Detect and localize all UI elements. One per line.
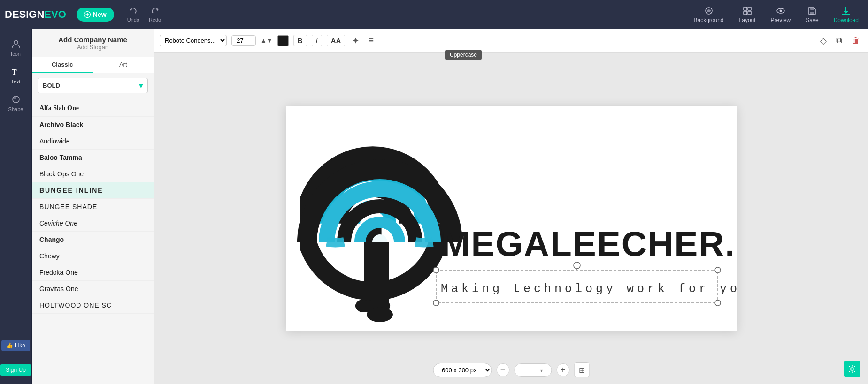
zoom-out-button[interactable]: − xyxy=(496,363,509,376)
save-icon xyxy=(807,6,817,16)
dropdown-arrow-icon: ▾ xyxy=(139,81,143,90)
svg-rect-7 xyxy=(748,11,751,15)
font-size-input[interactable] xyxy=(231,35,256,46)
preview-button[interactable]: Preview xyxy=(766,4,796,25)
signup-button-container: Sign Up xyxy=(0,360,31,384)
text-tab-icon: T xyxy=(10,66,22,77)
spacing-button[interactable]: ≡ xyxy=(366,34,376,47)
preview-label: Preview xyxy=(771,17,791,23)
new-button-label: New xyxy=(93,11,107,18)
download-button[interactable]: Download xyxy=(829,4,863,25)
font-list-item[interactable]: BUNGEE SHADE xyxy=(32,199,154,215)
undo-button[interactable]: Undo xyxy=(123,5,143,24)
duplicate-button[interactable]: ⧉ xyxy=(834,34,845,47)
size-stepper[interactable]: ▲▼ xyxy=(261,37,273,44)
tab-art[interactable]: Art xyxy=(93,57,154,73)
font-list-item[interactable]: Alfa Slab One xyxy=(32,100,154,117)
italic-button[interactable]: I xyxy=(312,35,322,46)
save-button[interactable]: Save xyxy=(801,4,823,25)
plus-icon xyxy=(84,11,91,18)
format-bar: Roboto Condens... ▲▼ B I AA Uppercase ✦ … xyxy=(154,29,868,53)
background-button[interactable]: Background xyxy=(689,4,729,25)
download-icon xyxy=(841,6,851,16)
font-list: Alfa Slab OneArchivo BlackAudiowideBaloo… xyxy=(32,98,154,384)
app-logo: DESIGN EVO xyxy=(5,8,66,21)
zoom-in-button[interactable]: + xyxy=(556,363,569,376)
redo-icon xyxy=(150,7,160,16)
svg-point-9 xyxy=(779,9,782,12)
redo-label: Redo xyxy=(149,17,161,23)
font-list-item[interactable]: Black Ops One xyxy=(32,166,154,182)
svg-point-25 xyxy=(715,300,721,306)
download-label: Download xyxy=(834,17,859,23)
bold-button[interactable]: B xyxy=(293,35,307,46)
svg-rect-11 xyxy=(810,12,814,15)
svg-point-28 xyxy=(851,368,853,370)
font-tab-row: Classic Art xyxy=(32,57,154,73)
redo-button[interactable]: Redo xyxy=(145,5,165,24)
new-button[interactable]: New xyxy=(77,8,114,22)
layout-label: Layout xyxy=(739,17,756,23)
background-icon xyxy=(704,6,714,16)
undo-icon xyxy=(129,7,138,16)
canvas-size-select[interactable]: 600 x 300 px xyxy=(433,363,492,377)
settings-icon xyxy=(847,364,857,374)
svg-point-23 xyxy=(715,267,721,273)
font-list-item[interactable]: Gravitas One xyxy=(32,281,154,297)
uppercase-button[interactable]: AA xyxy=(327,35,346,46)
font-list-item[interactable]: Ceviche One xyxy=(32,215,154,232)
font-list-item[interactable]: Audiowide xyxy=(32,133,154,150)
main-area: Icon T Text Shape 👍 Like Sign Up xyxy=(0,29,868,384)
font-panel: Add Company Name Add Slogan Classic Art … xyxy=(32,29,154,384)
svg-rect-10 xyxy=(810,8,814,10)
layout-button[interactable]: Layout xyxy=(734,4,760,25)
signup-button[interactable]: Sign Up xyxy=(0,364,31,376)
settings-button[interactable] xyxy=(844,361,860,377)
logo-design: DESIGN xyxy=(5,8,44,21)
panel-header: Add Company Name Add Slogan xyxy=(32,29,154,57)
bottom-bar: 600 x 300 px − 199% ▾ + ⊞ xyxy=(433,362,589,377)
facebook-like-btn[interactable]: 👍 Like xyxy=(1,340,30,351)
svg-rect-4 xyxy=(744,7,747,10)
tab-classic[interactable]: Classic xyxy=(32,57,93,73)
icon-sidebar: Icon T Text Shape 👍 Like Sign Up xyxy=(0,29,32,384)
color-swatch[interactable] xyxy=(277,35,289,46)
sidebar-item-icon-label: Icon xyxy=(11,51,21,57)
grid-toggle-button[interactable]: ⊞ xyxy=(574,362,589,377)
sidebar-item-shape-label: Shape xyxy=(8,106,23,112)
effects-button[interactable]: ✦ xyxy=(350,34,361,47)
canvas-wrapper: MEGALEECHER.NET Making technology work f… xyxy=(286,106,737,331)
svg-point-12 xyxy=(14,40,18,44)
font-list-item[interactable]: Fredoka One xyxy=(32,264,154,281)
font-family-select[interactable]: Roboto Condens... xyxy=(160,35,227,46)
font-list-item[interactable]: BUNGEE INLINE xyxy=(32,182,154,199)
fb-like-button[interactable]: 👍 Like xyxy=(0,335,31,360)
font-list-item[interactable]: Chewy xyxy=(32,248,154,264)
canvas-svg: MEGALEECHER.NET Making technology work f… xyxy=(286,106,737,331)
editor-area: Roboto Condens... ▲▼ B I AA Uppercase ✦ … xyxy=(154,29,868,384)
logo-evo: EVO xyxy=(44,8,66,21)
layers-button[interactable]: ◇ xyxy=(818,34,829,47)
svg-rect-15 xyxy=(13,97,16,99)
sidebar-item-text-label: Text xyxy=(11,79,20,84)
sidebar-item-shape[interactable]: Shape xyxy=(0,89,31,117)
font-list-item[interactable]: Archivo Black xyxy=(32,117,154,133)
sidebar-item-text[interactable]: T Text xyxy=(0,61,31,89)
svg-point-21 xyxy=(367,307,393,322)
undo-label: Undo xyxy=(127,17,139,23)
company-text-svg: MEGALEECHER.NET xyxy=(441,224,737,264)
delete-button[interactable]: 🗑 xyxy=(849,34,862,47)
add-company-name: Add Company Name xyxy=(39,36,146,44)
sidebar-item-icon[interactable]: Icon xyxy=(0,34,31,61)
svg-text:T: T xyxy=(12,68,17,76)
style-dropdown[interactable]: BOLD ▾ xyxy=(38,78,148,93)
font-list-item[interactable]: Chango xyxy=(32,232,154,248)
svg-rect-5 xyxy=(748,7,751,10)
top-bar: DESIGN EVO New Undo Redo xyxy=(0,0,868,29)
font-list-item[interactable]: HOLTWOOD ONE SC xyxy=(32,297,154,314)
svg-point-22 xyxy=(433,267,439,273)
zoom-level[interactable]: 199% ▾ xyxy=(514,363,552,377)
shape-tab-icon xyxy=(10,94,22,105)
font-list-item[interactable]: Baloo Tamma xyxy=(32,150,154,166)
icon-tab-icon xyxy=(10,38,22,50)
